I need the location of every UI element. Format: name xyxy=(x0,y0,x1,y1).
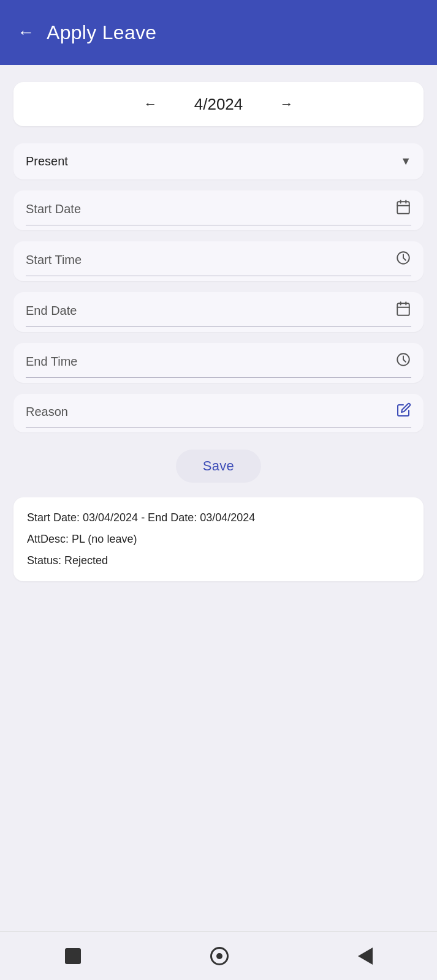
main-content: ← 4/2024 → Present ▼ Start Date Start Ti… xyxy=(0,65,437,931)
record-circle-icon[interactable] xyxy=(210,947,229,965)
app-header: ← Apply Leave xyxy=(0,0,437,65)
save-button-container: Save xyxy=(13,450,424,483)
clock-icon xyxy=(395,250,411,270)
info-line-attdesc: AttDesc: PL (no leave) xyxy=(27,531,410,548)
start-time-field[interactable]: Start Time xyxy=(13,241,424,281)
calendar-icon-end xyxy=(395,301,411,320)
page-title: Apply Leave xyxy=(47,21,156,44)
clock-icon-end xyxy=(395,352,411,371)
reason-label: Reason xyxy=(26,405,68,419)
info-line-dates: Start Date: 03/04/2024 - End Date: 03/04… xyxy=(27,510,410,526)
home-square-icon[interactable] xyxy=(65,948,81,964)
leave-info-card: Start Date: 03/04/2024 - End Date: 03/04… xyxy=(13,497,424,581)
info-line-status: Status: Rejected xyxy=(27,552,410,569)
end-date-field[interactable]: End Date xyxy=(13,292,424,332)
chevron-down-icon: ▼ xyxy=(400,155,411,168)
leave-type-dropdown[interactable]: Present ▼ xyxy=(13,143,424,179)
month-navigator: ← 4/2024 → xyxy=(13,82,424,126)
svg-rect-5 xyxy=(397,303,409,315)
reason-field[interactable]: Reason xyxy=(13,394,424,432)
bottom-nav-bar xyxy=(0,931,437,980)
end-time-label: End Time xyxy=(26,355,77,369)
start-time-label: Start Time xyxy=(26,253,82,267)
next-month-button[interactable]: → xyxy=(275,91,298,117)
start-date-field[interactable]: Start Date xyxy=(13,190,424,230)
calendar-icon xyxy=(395,199,411,219)
pencil-icon xyxy=(397,402,411,421)
save-button[interactable]: Save xyxy=(176,450,261,483)
start-date-label: Start Date xyxy=(26,202,81,216)
end-time-field[interactable]: End Time xyxy=(13,343,424,383)
back-button[interactable]: ← xyxy=(17,23,34,42)
end-date-label: End Date xyxy=(26,304,77,318)
dropdown-value: Present xyxy=(26,154,68,168)
svg-rect-0 xyxy=(397,202,409,214)
month-label: 4/2024 xyxy=(182,95,256,114)
prev-month-button[interactable]: ← xyxy=(139,91,162,117)
back-nav-icon[interactable] xyxy=(358,948,373,965)
